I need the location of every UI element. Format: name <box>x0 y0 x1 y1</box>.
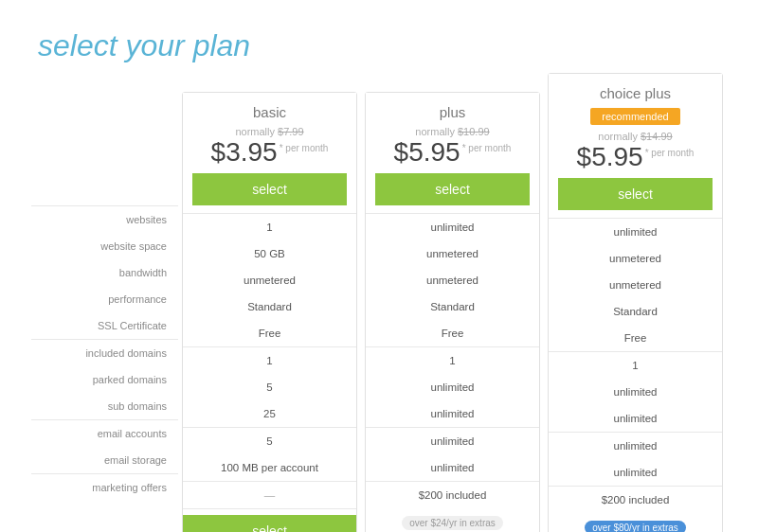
plan-plus-included-domains: 1 <box>366 347 539 374</box>
plan-choice-features-3: unlimited unlimited <box>549 432 722 486</box>
plan-choice-included-domains: 1 <box>549 352 722 379</box>
plan-choice-ssl: Free <box>549 325 722 351</box>
plan-choice-bandwidth: unmetered <box>549 272 722 298</box>
plan-choice-price: $5.95 <box>577 144 643 170</box>
plan-plus-header: plus normally $10.99 $5.95 * per month s… <box>366 93 539 213</box>
labels-column: websites website space bandwidth perform… <box>31 92 178 501</box>
plan-choice-select-top[interactable]: select <box>558 178 713 210</box>
plan-choice-name: choice plus <box>558 85 713 101</box>
label-performance: performance <box>31 286 178 312</box>
plan-basic-parked-domains: 5 <box>183 374 356 400</box>
plan-choice-email-storage: unlimited <box>549 459 722 486</box>
plan-choice-sub-domains: unlimited <box>549 405 722 432</box>
plan-plus-ssl: Free <box>366 320 539 346</box>
plan-plus-extras: over $24/yr in extras 1 SpamExperts <box>366 508 539 532</box>
label-email-accounts: email accounts <box>31 420 178 447</box>
plan-choice-price-row: $5.95 * per month <box>558 144 713 170</box>
plan-basic-email-storage: 100 MB per account <box>183 454 356 481</box>
feature-group-4: marketing offers <box>31 473 178 501</box>
plan-plus-price-row: $5.95 * per month <box>375 139 530 166</box>
plan-choice-space: unmetered <box>549 245 722 272</box>
plan-plus-bandwidth: unmetered <box>366 267 539 293</box>
plan-choice-performance: Standard <box>549 298 722 325</box>
plan-plus-features-3: unlimited unlimited <box>366 427 539 481</box>
plan-basic-normally: normally $7.99 <box>192 126 347 137</box>
label-marketing: marketing offers <box>31 474 178 501</box>
plan-plus-original-price: $10.99 <box>458 126 490 137</box>
page-title: select your plan <box>38 28 720 63</box>
plan-basic-space: 50 GB <box>183 240 356 267</box>
label-websites: websites <box>31 206 178 233</box>
label-bandwidth: bandwidth <box>31 259 178 286</box>
label-email-storage: email storage <box>31 447 178 473</box>
plan-basic-email-accounts: 5 <box>183 428 356 454</box>
plan-basic-per-month: * per month <box>280 143 329 153</box>
plan-basic-original-price: $7.99 <box>278 126 304 137</box>
plan-basic-header: basic normally $7.99 $3.95 * per month s… <box>183 93 356 213</box>
plan-basic-select-bottom[interactable]: select <box>183 515 356 532</box>
plan-choice-header: choice plus recommended normally $14.99 … <box>549 74 722 218</box>
plan-plus-features-2: 1 unlimited unlimited <box>366 346 539 427</box>
plan-basic-select-top[interactable]: select <box>192 173 347 205</box>
plan-plus-sub-domains: unlimited <box>366 400 539 427</box>
label-sub-domains: sub domains <box>31 393 178 419</box>
plan-basic-name: basic <box>192 104 347 120</box>
plan-basic-websites: 1 <box>183 214 356 240</box>
plan-choice-per-month: * per month <box>645 148 695 158</box>
plan-choice-features-1: unlimited unmetered unmetered Standard F… <box>549 218 722 351</box>
plan-basic-price-row: $3.95 * per month <box>192 139 347 166</box>
plan-plus-select-top[interactable]: select <box>375 173 530 205</box>
plan-basic: basic normally $7.99 $3.95 * per month s… <box>182 92 357 532</box>
plan-basic-ssl: Free <box>183 320 356 346</box>
plan-choice-extras: over $80/yr in extras 1 SpamExperts 1 Do… <box>549 513 722 532</box>
plan-plus-email-storage: unlimited <box>366 454 539 481</box>
plan-basic-features-3: 5 100 MB per account <box>183 427 356 481</box>
plan-plus-websites: unlimited <box>366 214 539 240</box>
plan-plus-features-4: $200 included <box>366 481 539 508</box>
feature-group-2: included domains parked domains sub doma… <box>31 339 178 419</box>
plan-basic-bottom: select <box>183 508 356 532</box>
plan-basic-sub-domains: 25 <box>183 400 356 427</box>
plan-plus-normally: normally $10.99 <box>375 126 530 137</box>
label-ssl: SSL Certificate <box>31 312 178 339</box>
plan-plus-per-month: * per month <box>462 143 512 153</box>
plan-choice-marketing: $200 included <box>549 487 722 513</box>
plan-choice-normally: normally $14.99 <box>558 131 713 142</box>
plan-choice-original-price: $14.99 <box>641 131 673 142</box>
plan-plus: plus normally $10.99 $5.95 * per month s… <box>365 92 540 532</box>
plan-plus-parked-domains: unlimited <box>366 374 539 400</box>
label-website-space: website space <box>31 233 178 259</box>
plan-choice-features-2: 1 unlimited unlimited <box>549 351 722 432</box>
plans-container: websites website space bandwidth perform… <box>38 92 720 532</box>
plan-basic-marketing: — <box>183 482 356 508</box>
plan-plus-marketing: $200 included <box>366 482 539 508</box>
feature-group-3: email accounts email storage <box>31 419 178 473</box>
plan-choice-websites: unlimited <box>549 219 722 245</box>
plan-plus-features-1: unlimited unmetered unmetered Standard F… <box>366 213 539 346</box>
plan-plus-name: plus <box>375 104 530 120</box>
page: select your plan websites website space … <box>0 0 758 532</box>
label-parked-domains: parked domains <box>31 366 178 393</box>
plan-plus-price: $5.95 <box>394 139 460 166</box>
plan-plus-performance: Standard <box>366 293 539 320</box>
plan-choice-features-4: $200 included <box>549 486 722 513</box>
plan-choice-extras-badge: over $80/yr in extras <box>585 521 686 532</box>
plan-choice-recommended: recommended <box>590 108 679 125</box>
plan-choice-parked-domains: unlimited <box>549 379 722 405</box>
plan-basic-included-domains: 1 <box>183 347 356 374</box>
label-included-domains: included domains <box>31 340 178 366</box>
plan-plus-email-accounts: unlimited <box>366 428 539 454</box>
plan-basic-features-2: 1 5 25 <box>183 346 356 427</box>
plan-choice-email-accounts: unlimited <box>549 433 722 459</box>
plan-plus-space: unmetered <box>366 240 539 267</box>
plan-choice: choice plus recommended normally $14.99 … <box>548 73 723 532</box>
feature-group-1: websites website space bandwidth perform… <box>31 205 178 339</box>
plan-basic-performance: Standard <box>183 293 356 320</box>
plan-basic-features-1: 1 50 GB unmetered Standard Free <box>183 213 356 346</box>
plan-plus-extras-badge: over $24/yr in extras <box>402 516 503 530</box>
plan-basic-bandwidth: unmetered <box>183 267 356 293</box>
plan-basic-features-4: — <box>183 481 356 508</box>
plan-basic-price: $3.95 <box>211 139 278 166</box>
